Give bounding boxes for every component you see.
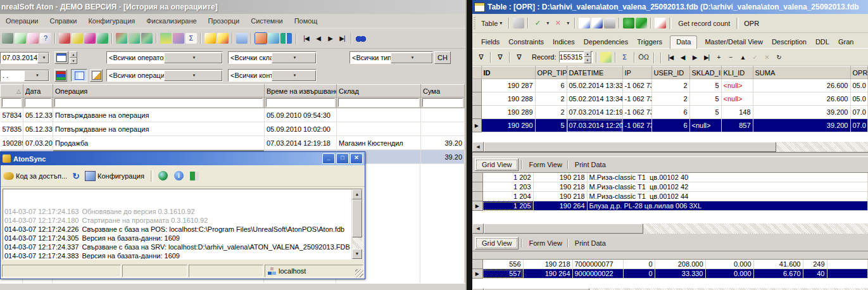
table-menu-button[interactable]: Table ▾ — [477, 18, 506, 29]
tab[interactable]: Fields — [480, 36, 501, 48]
scroll-left-icon[interactable]: ◀ — [472, 224, 484, 234]
fiscal-user-icon[interactable] — [217, 33, 229, 44]
info-icon[interactable]: i — [174, 171, 184, 180]
config-icon[interactable] — [85, 171, 96, 181]
clients-add-icon[interactable] — [72, 33, 83, 44]
warehouses-combo[interactable]: <Всички складове> ▼ — [228, 51, 317, 64]
view-tab[interactable]: Print Data — [569, 159, 612, 170]
date-dropdown-icon[interactable]: ▼ — [24, 70, 49, 81]
column-header[interactable]: IP — [622, 66, 651, 79]
tab[interactable]: Indices — [551, 36, 576, 48]
column-header[interactable]: Операция — [53, 85, 265, 98]
date-dropdown-icon[interactable]: ▼ — [37, 53, 49, 63]
first-record-button[interactable]: |◀ — [300, 34, 312, 43]
atonsync-titlebar[interactable]: AtonSync _□✕ — [1, 152, 365, 165]
record-number-field[interactable]: 155315 ▲▼ — [559, 51, 593, 63]
encoding-icon[interactable]: ÖΩ — [638, 52, 650, 63]
table-row[interactable]: ▶1 205190 264Блуза д.р. PL-28 цв.лилав 0… — [472, 201, 868, 211]
column-header[interactable]: Сума — [421, 85, 465, 98]
menu-item[interactable]: Прозорци — [203, 16, 246, 26]
vertical-scrollbar[interactable]: ▲ ▼ — [351, 189, 362, 259]
truck-icon[interactable] — [2, 33, 13, 44]
delete-record-button[interactable]: − — [725, 53, 737, 62]
aggregate-icon[interactable]: Σ — [619, 52, 631, 63]
splitter[interactable] — [472, 152, 868, 157]
operation-help-icon[interactable]: ? — [40, 33, 51, 44]
column-header[interactable] — [472, 66, 481, 79]
minimize-button[interactable]: _ — [322, 153, 335, 164]
clients-icon[interactable] — [59, 33, 70, 44]
tab[interactable]: Description — [771, 36, 808, 48]
operation-export-icon[interactable] — [15, 33, 26, 44]
chevron-down-icon[interactable]: ▼ — [272, 70, 316, 81]
date-spinner[interactable]: ▲▼ — [70, 51, 77, 64]
table-row[interactable]: 190 288205.02.2014 13:34-1 062 731 625<n… — [472, 92, 868, 106]
rollback-dropdown-icon[interactable]: ▾ — [565, 18, 571, 28]
date-to-field[interactable]: . . ▼ — [0, 70, 49, 82]
scroll-down-icon[interactable]: ▼ — [352, 249, 362, 259]
column-header[interactable]: ID — [481, 66, 535, 79]
scroll-up-icon[interactable]: ▲ — [352, 189, 362, 199]
table-row[interactable]: 5783505.12.3348Потвърждаване на операция… — [1, 122, 465, 136]
first-record-button[interactable]: |◀ — [665, 53, 677, 62]
refresh-icon[interactable]: ↻ — [71, 171, 81, 181]
chevron-down-icon[interactable]: ▼ — [164, 70, 222, 81]
configuration-button[interactable]: Конфигурация — [97, 172, 144, 180]
menu-item[interactable]: Конфигурация — [82, 16, 141, 26]
date-from-field[interactable]: 07.03.2014 ▼ — [0, 52, 49, 64]
tab[interactable]: Data — [670, 35, 697, 49]
column-header[interactable]: Време на извършване — [265, 85, 337, 98]
pos-terminal-3-icon[interactable] — [141, 33, 153, 44]
edit-record-button[interactable]: ▲ — [737, 53, 749, 62]
filter-panel-icon[interactable]: ∇ — [494, 52, 506, 63]
scroll-thumb[interactable] — [352, 199, 362, 237]
view-tab[interactable]: Grid View — [475, 158, 519, 171]
tab[interactable]: DDL — [814, 36, 831, 48]
table-row[interactable]: 1 202190 218М.Риза-classic Т1 цв.00102 4… — [472, 173, 868, 182]
operations-combo[interactable]: <Всички операции> ▼ — [106, 69, 223, 82]
pos-terminal-1-icon[interactable] — [116, 33, 127, 44]
fiscal-doc-icon[interactable] — [204, 33, 216, 44]
grid-view-toggle-button[interactable] — [71, 69, 87, 82]
cube-icon[interactable] — [600, 52, 612, 63]
menu-item[interactable]: Справки — [44, 16, 82, 26]
tab[interactable]: Constraints — [507, 36, 545, 48]
resize-grip[interactable] — [355, 269, 363, 277]
panel-icon[interactable] — [160, 33, 172, 44]
rollback-refresh-icon[interactable] — [591, 18, 603, 28]
lightning-icon[interactable] — [513, 18, 524, 28]
refresh-button[interactable]: ↻ — [773, 53, 785, 62]
toolbar-grip[interactable] — [474, 17, 475, 30]
column-header[interactable]: OPR — [850, 66, 868, 79]
table-editor-titlebar[interactable]: Table : [OPR] : D:\arhivi_valena\aton_va… — [472, 0, 868, 14]
scroll-left-icon[interactable]: ◀ — [472, 142, 484, 152]
view-tab[interactable]: Grid View — [475, 237, 519, 249]
insert-record-button[interactable]: + — [713, 53, 725, 62]
scroll-thumb[interactable] — [484, 142, 776, 152]
next-record-button[interactable]: ▶ — [689, 53, 701, 62]
exit-icon[interactable] — [280, 33, 292, 44]
get-record-count-button[interactable]: Get record count — [674, 18, 734, 29]
edit-grid-button[interactable] — [90, 69, 103, 82]
tab[interactable]: Triggers — [636, 36, 664, 48]
sync-icon[interactable] — [255, 33, 267, 44]
calendar-button[interactable] — [54, 51, 68, 64]
menu-item[interactable]: Системни — [245, 16, 288, 26]
table-row[interactable]: 19028907.03.2014Продажба07.03.2014 12:19… — [1, 136, 465, 150]
tool-icon[interactable] — [655, 18, 666, 28]
blocks-icon[interactable] — [636, 18, 647, 28]
post-edit-button[interactable]: ✓ — [749, 53, 761, 62]
print-icon[interactable] — [604, 18, 615, 28]
table-row[interactable]: 556190 21870000000770208.0000.00041.6002… — [472, 260, 868, 269]
filter-box[interactable] — [54, 98, 263, 107]
table-row[interactable]: 1 204190 218М.Риза-classic Т1 цв.00102 4… — [472, 192, 868, 201]
filter-add-icon[interactable]: ∇ — [513, 52, 525, 63]
sum-icon[interactable]: Σ — [186, 33, 197, 44]
commit-dropdown-icon[interactable]: ▾ — [544, 18, 551, 28]
column-header[interactable]: Дата — [23, 85, 53, 98]
view-tab[interactable]: Form View — [522, 159, 568, 170]
operation-import-icon[interactable] — [27, 33, 39, 44]
access-key-icon[interactable] — [3, 172, 14, 180]
access-code-button[interactable]: Код за достъп... — [16, 172, 67, 180]
table-row[interactable]: 5783405.12.3350Потвърждаване на операция… — [1, 108, 465, 122]
